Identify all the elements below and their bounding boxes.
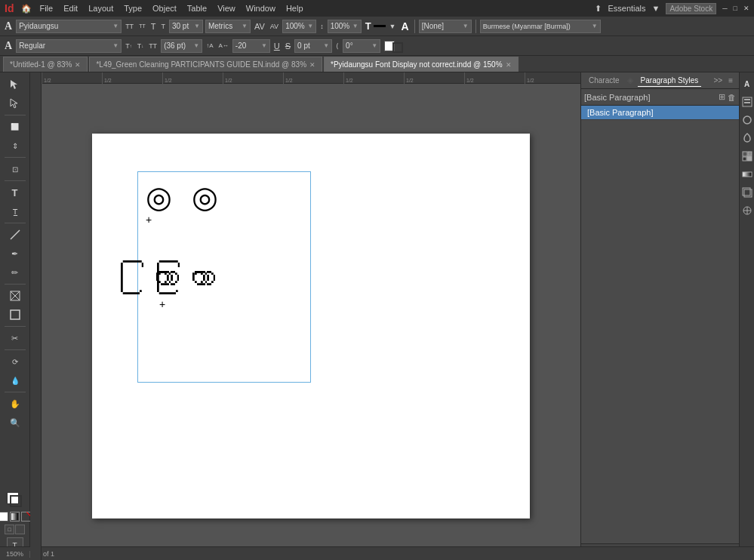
font-name-input[interactable]: Pyidaungsu ▼ [16, 20, 122, 33]
new-style-icon[interactable]: ⊞ [719, 92, 725, 102]
hand-tool[interactable]: ✋ [5, 395, 26, 413]
tracking-input[interactable]: -20 ▼ [232, 39, 270, 53]
panel-menu-icon[interactable]: ≡ [727, 75, 734, 85]
window-close[interactable]: ✕ [743, 5, 749, 12]
selection-tool[interactable] [5, 75, 26, 94]
panel-menu-expand[interactable]: >> [712, 75, 724, 85]
menu-layout[interactable]: Layout [84, 2, 118, 14]
skew-input[interactable]: 0° ▼ [343, 39, 380, 53]
menu-window[interactable]: Window [242, 2, 280, 14]
metrics-dropdown[interactable]: Metrics ▼ [205, 20, 251, 33]
scale-y-input[interactable]: 100% ▼ [328, 20, 362, 33]
tool-sep-3 [5, 180, 26, 181]
right-icon-gradient[interactable] [740, 166, 754, 183]
stroke-color-mini[interactable] [392, 42, 403, 53]
svg-rect-7 [744, 102, 750, 103]
menu-type[interactable]: Type [119, 2, 146, 14]
menu-view[interactable]: View [213, 2, 240, 14]
basic-paragraph-style-item[interactable]: [Basic Paragraph] [581, 106, 739, 120]
right-icon-color[interactable] [740, 130, 754, 146]
bottom-bar: 150% | 1 of 1 [0, 546, 754, 560]
plus-sign-2: + [159, 298, 165, 310]
fill-stroke-mini [384, 39, 403, 53]
text-frame[interactable]: ◎ ◎ + ကြာကြာ + [137, 171, 311, 383]
gradient-mode-btn[interactable] [10, 512, 20, 522]
content-collector-tool[interactable]: ⊡ [5, 160, 26, 178]
scale-x-input[interactable]: 100% ▼ [282, 20, 316, 33]
font-size-t2: T [159, 23, 167, 30]
character-style-dropdown[interactable]: [None] ▼ [419, 20, 472, 33]
svg-rect-11 [743, 157, 746, 161]
svg-rect-10 [748, 152, 752, 155]
baseline-input[interactable]: 0 pt ▼ [294, 39, 332, 53]
tab-untitled-close[interactable]: ✕ [75, 61, 81, 69]
workspace-selector[interactable]: Essentials [608, 4, 645, 13]
tab-pyidaungsu[interactable]: *Pyidaungsu Font Display not correct.ind… [324, 57, 519, 72]
tab-green-cleaning[interactable]: *L49_Green Cleaning PARTICIPANTS GUIDE E… [89, 57, 322, 72]
scissors-tool[interactable]: ✂ [5, 329, 26, 347]
normal-mode-btn[interactable] [0, 512, 8, 522]
basic-paragraph-label: [Basic Paragraph] [584, 93, 716, 102]
rectangle-frame-tool[interactable] [5, 287, 26, 305]
right-icon-properties[interactable]: A [740, 75, 754, 92]
pen-tool[interactable]: ✒ [5, 245, 26, 263]
font-size-input[interactable]: 30 pt ▼ [169, 20, 203, 33]
menu-file[interactable]: File [35, 2, 57, 14]
text-color-T[interactable]: T [364, 20, 373, 32]
line-tool[interactable] [5, 226, 26, 244]
gap-tool[interactable]: ⇕ [5, 137, 26, 155]
home-icon[interactable]: 🏠 [20, 4, 33, 14]
toolbar-separator-1 [414, 20, 415, 33]
share-icon[interactable]: ⬆ [595, 4, 602, 14]
font-style-A-large: A [400, 20, 411, 32]
trash-style-icon[interactable]: 🗑 [728, 93, 736, 102]
tab-untitled[interactable]: *Untitled-1 @ 83% ✕ [3, 57, 88, 72]
zoom-tool[interactable]: 🔍 [5, 414, 26, 432]
search-stock-input[interactable]: Adobe Stock [666, 3, 716, 14]
window-minimize[interactable]: ─ [722, 5, 727, 12]
panel-header: Characte ◈ Paragraph Styles >> ≡ [581, 72, 739, 89]
tab-green-cleaning-close[interactable]: ✕ [309, 61, 315, 69]
free-transform-tool[interactable]: ⟳ [5, 352, 26, 371]
rectangle-tool[interactable] [5, 306, 26, 324]
workspace-dropdown-arrow[interactable]: ▼ [652, 4, 660, 13]
direct-selection-tool[interactable] [5, 94, 26, 112]
type-tool[interactable]: T [5, 183, 26, 202]
eyedropper-tool[interactable]: 💧 [5, 371, 26, 389]
language-dropdown[interactable]: Burmese (Myanmar [Burma]) ▼ [480, 20, 601, 33]
right-icon-stroke[interactable] [740, 112, 754, 128]
tool-sep-8 [5, 392, 26, 392]
window-maximize[interactable]: □ [734, 5, 737, 12]
para-styles-toolbar: [Basic Paragraph] ⊞ 🗑 [581, 89, 739, 106]
ruler-vertical [30, 72, 42, 560]
type-tool-icon: T [12, 187, 18, 198]
stroke-square[interactable] [10, 495, 22, 507]
right-icon-swatches[interactable] [740, 148, 754, 165]
tab-pyidaungsu-close[interactable]: ✕ [506, 61, 512, 69]
menu-edit[interactable]: Edit [59, 2, 82, 14]
status-text: 150% [6, 550, 23, 558]
panel-icons-right: >> ≡ [712, 75, 734, 85]
font-style-input[interactable]: Regular ▼ [16, 39, 122, 53]
preview-view-btn[interactable] [15, 525, 25, 534]
strikethrough-icon[interactable]: S [284, 42, 292, 51]
subscript-icon[interactable]: T↓ [136, 42, 146, 50]
character-panel-tab[interactable]: Characte [586, 75, 623, 86]
all-caps-icon[interactable]: TT [147, 42, 158, 50]
menu-table[interactable]: Table [183, 2, 211, 14]
text-color-group: T [364, 20, 386, 32]
menu-help[interactable]: Help [282, 2, 308, 14]
leading-input[interactable]: (36 pt) ▼ [161, 39, 202, 53]
page-tool[interactable]: ⬜ [5, 118, 26, 136]
right-icon-objectstyles[interactable] [740, 202, 754, 219]
pencil-tool[interactable]: ✏ [5, 263, 26, 282]
right-icon-effects[interactable] [740, 184, 754, 201]
right-icon-links[interactable] [740, 94, 754, 110]
normal-view-btn[interactable]: □ [5, 525, 14, 534]
text-color-arrow[interactable]: ▼ [388, 23, 398, 30]
menu-object[interactable]: Object [148, 2, 181, 14]
superscript-icon[interactable]: T↑ [124, 42, 134, 50]
vertical-type-tool[interactable]: T̲ [5, 202, 26, 220]
paragraph-styles-panel-tab[interactable]: Paragraph Styles [638, 75, 702, 87]
underline-icon[interactable]: U [272, 42, 282, 51]
